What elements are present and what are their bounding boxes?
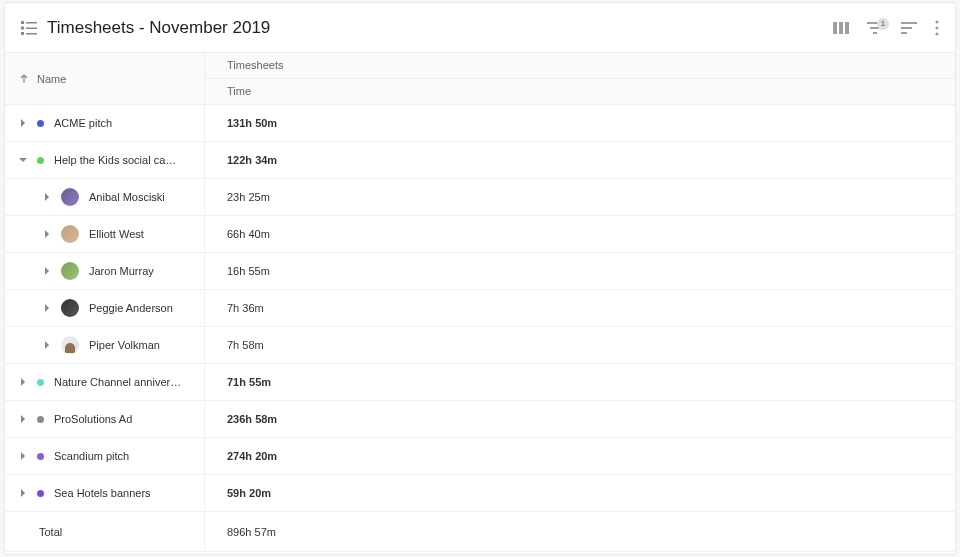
column-config-icon[interactable] [833, 21, 849, 35]
project-row[interactable]: Sea Hotels banners59h 20m [5, 475, 955, 512]
table-header: Name Timesheets Time [5, 53, 955, 105]
member-time: 23h 25m [227, 191, 270, 203]
project-name: Nature Channel anniversary cam... [54, 376, 184, 388]
svg-rect-13 [901, 27, 912, 29]
chevron-right-icon[interactable] [43, 193, 51, 201]
svg-rect-3 [26, 27, 37, 29]
member-time: 66h 40m [227, 228, 270, 240]
member-row[interactable]: Peggie Anderson7h 36m [5, 290, 955, 327]
total-label: Total [39, 526, 62, 538]
project-color-dot [37, 416, 44, 423]
svg-rect-4 [21, 32, 24, 35]
chevron-right-icon[interactable] [19, 415, 27, 423]
member-row[interactable]: Jaron Murray16h 55m [5, 253, 955, 290]
svg-point-15 [935, 20, 938, 23]
chevron-right-icon[interactable] [43, 230, 51, 238]
svg-rect-0 [21, 21, 24, 24]
table-body: ACME pitch131h 50mHelp the Kids social c… [5, 105, 955, 512]
avatar [61, 299, 79, 317]
project-name: ProSolutions Ad [54, 413, 132, 425]
more-options-icon[interactable] [935, 20, 939, 36]
toolbar: 1 [833, 20, 939, 36]
timesheets-panel: Timesheets - November 2019 1 Name [4, 2, 956, 555]
member-name: Jaron Murray [89, 265, 154, 277]
page-title: Timesheets - November 2019 [47, 18, 833, 38]
chevron-down-icon[interactable] [19, 156, 27, 164]
project-color-dot [37, 379, 44, 386]
avatar [61, 336, 79, 354]
svg-rect-12 [901, 22, 917, 24]
avatar [61, 262, 79, 280]
member-name: Piper Volkman [89, 339, 160, 351]
project-name: Sea Hotels banners [54, 487, 151, 499]
total-row: Total 896h 57m [5, 512, 955, 552]
chevron-right-icon[interactable] [19, 489, 27, 497]
column-header-name[interactable]: Name [5, 53, 205, 104]
total-time: 896h 57m [227, 526, 276, 538]
project-row[interactable]: ACME pitch131h 50m [5, 105, 955, 142]
svg-rect-14 [901, 32, 907, 34]
project-name: Help the Kids social campaign [54, 154, 184, 166]
svg-rect-6 [833, 22, 837, 34]
project-color-dot [37, 120, 44, 127]
project-time: 236h 58m [227, 413, 277, 425]
column-sub-label[interactable]: Time [205, 79, 955, 104]
project-color-dot [37, 157, 44, 164]
chevron-right-icon[interactable] [43, 341, 51, 349]
project-name: ACME pitch [54, 117, 112, 129]
sort-ascending-icon [19, 74, 29, 84]
project-time: 131h 50m [227, 117, 277, 129]
chevron-right-icon[interactable] [19, 378, 27, 386]
member-row[interactable]: Piper Volkman7h 58m [5, 327, 955, 364]
filter-icon[interactable]: 1 [867, 22, 883, 34]
avatar [61, 225, 79, 243]
project-row[interactable]: Help the Kids social campaign122h 34m [5, 142, 955, 179]
chevron-right-icon[interactable] [19, 452, 27, 460]
project-row[interactable]: Nature Channel anniversary cam...71h 55m [5, 364, 955, 401]
member-time: 7h 58m [227, 339, 264, 351]
project-time: 122h 34m [227, 154, 277, 166]
project-time: 71h 55m [227, 376, 271, 388]
column-header-timesheets: Timesheets Time [205, 53, 955, 104]
project-row[interactable]: Scandium pitch274h 20m [5, 438, 955, 475]
project-color-dot [37, 453, 44, 460]
column-name-label: Name [37, 73, 66, 85]
svg-point-17 [935, 32, 938, 35]
chevron-right-icon[interactable] [43, 304, 51, 312]
member-row[interactable]: Elliott West66h 40m [5, 216, 955, 253]
svg-rect-5 [26, 33, 37, 35]
list-view-icon[interactable] [21, 21, 37, 35]
member-name: Elliott West [89, 228, 144, 240]
project-name: Scandium pitch [54, 450, 129, 462]
project-color-dot [37, 490, 44, 497]
project-row[interactable]: ProSolutions Ad236h 58m [5, 401, 955, 438]
panel-header: Timesheets - November 2019 1 [5, 3, 955, 53]
filter-badge: 1 [877, 18, 889, 30]
svg-rect-7 [839, 22, 843, 34]
svg-rect-8 [845, 22, 849, 34]
column-group-label[interactable]: Timesheets [205, 53, 955, 79]
sort-icon[interactable] [901, 22, 917, 34]
member-name: Anibal Mosciski [89, 191, 165, 203]
svg-point-16 [935, 26, 938, 29]
svg-rect-11 [873, 32, 877, 34]
member-name: Peggie Anderson [89, 302, 173, 314]
svg-rect-1 [26, 22, 37, 24]
avatar [61, 188, 79, 206]
member-time: 7h 36m [227, 302, 264, 314]
member-row[interactable]: Anibal Mosciski23h 25m [5, 179, 955, 216]
chevron-right-icon[interactable] [43, 267, 51, 275]
chevron-right-icon[interactable] [19, 119, 27, 127]
project-time: 59h 20m [227, 487, 271, 499]
member-time: 16h 55m [227, 265, 270, 277]
project-time: 274h 20m [227, 450, 277, 462]
svg-rect-2 [21, 26, 24, 29]
